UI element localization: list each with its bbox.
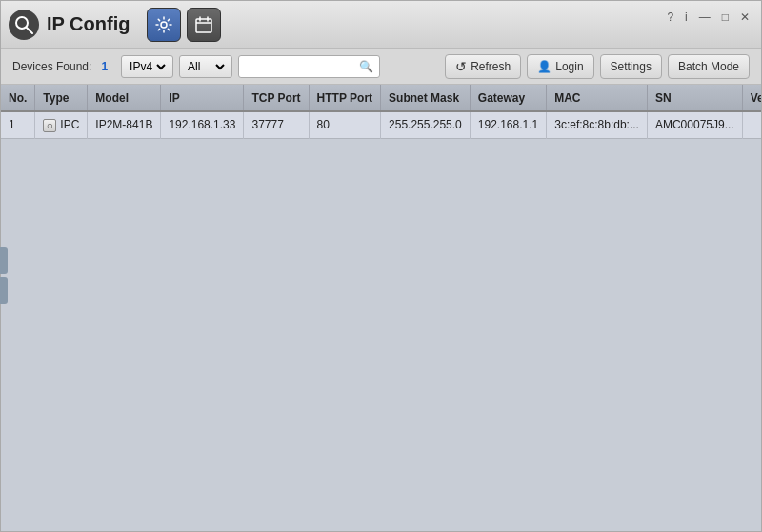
- calendar-icon-btn[interactable]: [187, 8, 221, 42]
- window-controls: ? i — □ ✕: [663, 9, 753, 26]
- col-sn: SN: [647, 85, 742, 111]
- main-window: IP Config ? i — □ ✕: [0, 0, 762, 532]
- refresh-icon: ↺: [455, 59, 467, 74]
- filter-select[interactable]: All IPC NVR: [179, 55, 232, 78]
- refresh-label: Refresh: [471, 60, 511, 73]
- cell-subnet-mask: 255.255.255.0: [381, 111, 471, 138]
- batch-mode-button[interactable]: Batch Mode: [668, 54, 750, 79]
- col-http-port: HTTP Port: [309, 85, 380, 111]
- settings-label: Settings: [611, 60, 652, 73]
- search-input[interactable]: [243, 60, 357, 73]
- titlebar: IP Config ? i — □ ✕: [1, 1, 761, 49]
- cell-sn: AMC00075J9...: [647, 111, 742, 138]
- device-table-container: No. Type Model IP TCP Port HTTP Port Sub…: [1, 85, 761, 531]
- search-box[interactable]: 🔍: [238, 55, 380, 78]
- ip-version-dropdown[interactable]: IPv4 IPv6: [126, 59, 169, 74]
- col-model: Model: [88, 85, 161, 111]
- search-button[interactable]: 🔍: [357, 60, 375, 73]
- col-no: No.: [1, 85, 35, 111]
- col-type: Type: [35, 85, 88, 111]
- col-tcp-port: TCP Port: [244, 85, 309, 111]
- filter-dropdown[interactable]: All IPC NVR: [184, 59, 228, 74]
- table-row[interactable]: 1⊙IPCIP2M-841B192.168.1.333777780255.255…: [1, 111, 761, 138]
- batch-mode-label: Batch Mode: [678, 60, 739, 73]
- login-icon: 👤: [537, 60, 551, 73]
- cell-no: 1: [1, 111, 35, 138]
- svg-line-1: [27, 28, 32, 33]
- device-type-icon: ⊙: [43, 119, 56, 132]
- devices-found-label: Devices Found:: [12, 60, 91, 73]
- close-btn[interactable]: ✕: [736, 9, 753, 26]
- cell-gateway: 192.168.1.1: [470, 111, 546, 138]
- col-version: Version: [742, 85, 761, 111]
- toolbar: Devices Found: 1 IPv4 IPv6 All IPC NVR 🔍…: [1, 49, 761, 85]
- login-label: Login: [555, 60, 583, 73]
- help-btn[interactable]: ?: [663, 9, 677, 26]
- main-content: No. Type Model IP TCP Port HTTP Port Sub…: [1, 85, 761, 531]
- svg-point-0: [16, 17, 28, 29]
- device-table: No. Type Model IP TCP Port HTTP Port Sub…: [1, 85, 761, 139]
- app-icon: [9, 10, 39, 40]
- side-tab-2[interactable]: [0, 277, 8, 304]
- cell-ip: 192.168.1.33: [161, 111, 244, 138]
- col-gateway: Gateway: [470, 85, 546, 111]
- col-mac: MAC: [547, 85, 648, 111]
- maximize-btn[interactable]: □: [718, 9, 732, 26]
- app-title: IP Config: [47, 13, 130, 35]
- ip-version-select[interactable]: IPv4 IPv6: [121, 55, 173, 78]
- col-subnet-mask: Subnet Mask: [381, 85, 471, 111]
- side-tab-1[interactable]: [0, 247, 8, 274]
- cell-type: ⊙IPC: [35, 111, 88, 138]
- settings-icon-btn[interactable]: [147, 8, 181, 42]
- table-body: 1⊙IPCIP2M-841B192.168.1.333777780255.255…: [1, 111, 761, 138]
- table-header-row: No. Type Model IP TCP Port HTTP Port Sub…: [1, 85, 761, 111]
- login-button[interactable]: 👤 Login: [527, 54, 593, 79]
- col-ip: IP: [161, 85, 244, 111]
- cell-model: IP2M-841B: [88, 111, 161, 138]
- svg-point-2: [161, 22, 167, 28]
- minimize-btn[interactable]: —: [695, 9, 714, 26]
- side-tabs: [0, 247, 8, 304]
- cell-http-port: 80: [309, 111, 380, 138]
- cell-mac: 3c:ef:8c:8b:db:...: [547, 111, 648, 138]
- refresh-button[interactable]: ↺ Refresh: [445, 54, 521, 79]
- cell-tcp-port: 37777: [244, 111, 309, 138]
- info-btn[interactable]: i: [681, 9, 692, 26]
- devices-count: 1: [101, 60, 108, 73]
- settings-button[interactable]: Settings: [600, 54, 662, 79]
- svg-rect-3: [196, 19, 211, 32]
- cell-version: [742, 111, 761, 138]
- titlebar-icons: [147, 8, 221, 42]
